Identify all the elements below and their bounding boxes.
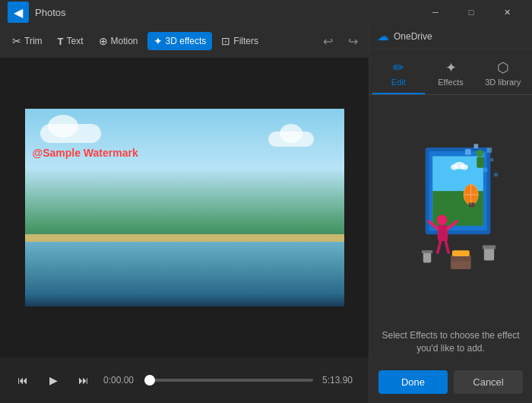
done-button[interactable]: Done bbox=[378, 370, 448, 394]
right-tabs: ✏ Edit ✦ Effects ⬡ 3D library bbox=[369, 49, 532, 95]
svg-line-17 bbox=[445, 241, 448, 252]
motion-icon: ⊕ bbox=[99, 35, 108, 47]
play-icon: ▶ bbox=[49, 374, 58, 386]
svg-rect-24 bbox=[483, 246, 496, 249]
svg-point-18 bbox=[476, 150, 483, 157]
svg-rect-29 bbox=[469, 203, 475, 208]
filters-label: Filters bbox=[233, 36, 258, 46]
skip-forward-icon: ⏭ bbox=[78, 374, 89, 386]
motion-tool[interactable]: ⊕ Motion bbox=[93, 32, 144, 50]
effect-description: Select Effects to choose the effect you'… bbox=[369, 323, 532, 364]
effects-tab-label: Effects bbox=[438, 78, 463, 87]
play-button[interactable]: ▶ bbox=[43, 370, 64, 391]
undo-button[interactable]: ↩ bbox=[318, 31, 337, 52]
svg-rect-10 bbox=[490, 159, 493, 162]
tab-edit[interactable]: ✏ Edit bbox=[372, 55, 425, 94]
svg-rect-5 bbox=[473, 144, 478, 148]
filters-tool[interactable]: ⊡ Filters bbox=[215, 32, 264, 50]
video-area: @Sample Watermark bbox=[0, 58, 369, 357]
water bbox=[25, 242, 344, 306]
svg-rect-23 bbox=[484, 248, 494, 261]
cloud-2 bbox=[268, 132, 314, 147]
timeline[interactable] bbox=[147, 379, 313, 382]
action-buttons: Done Cancel bbox=[369, 364, 532, 403]
window-controls: ─ □ ✕ bbox=[418, 0, 524, 24]
skip-back-icon: ⏮ bbox=[17, 374, 28, 386]
filters-icon: ⊡ bbox=[221, 35, 230, 47]
time-total: 5:13.90 bbox=[322, 375, 356, 386]
3d-library-tab-icon: ⬡ bbox=[497, 59, 509, 76]
onedrive-icon: ☁ bbox=[377, 29, 389, 43]
cloud-1 bbox=[40, 124, 101, 143]
back-button[interactable]: ◀ bbox=[8, 2, 29, 23]
3d-effects-icon: ✦ bbox=[154, 35, 163, 47]
svg-line-16 bbox=[438, 241, 441, 252]
text-label: Text bbox=[67, 36, 84, 46]
timeline-handle[interactable] bbox=[144, 375, 155, 386]
time-current: 0:00.00 bbox=[103, 375, 138, 386]
svg-rect-11 bbox=[494, 173, 498, 177]
onedrive-header: ☁ OneDrive bbox=[369, 24, 532, 49]
svg-rect-25 bbox=[423, 252, 431, 262]
close-button[interactable]: ✕ bbox=[489, 0, 524, 24]
illustration-svg bbox=[390, 133, 511, 285]
svg-point-34 bbox=[461, 164, 468, 170]
svg-point-33 bbox=[451, 164, 458, 170]
skip-back-button[interactable]: ⏮ bbox=[12, 370, 33, 391]
edit-tab-icon: ✏ bbox=[393, 59, 404, 76]
3d-library-tab-label: 3D library bbox=[485, 78, 521, 87]
undo-redo-group: ↩ ↪ bbox=[318, 31, 363, 52]
text-tool[interactable]: T Text bbox=[52, 33, 90, 50]
left-panel: ✂ Trim T Text ⊕ Motion ✦ 3D effects ⊡ Fi… bbox=[0, 24, 369, 403]
tab-effects[interactable]: ✦ Effects bbox=[425, 55, 477, 94]
toolbar: ✂ Trim T Text ⊕ Motion ✦ 3D effects ⊡ Fi… bbox=[0, 24, 369, 58]
edit-tab-label: Edit bbox=[391, 78, 406, 87]
motion-label: Motion bbox=[111, 36, 138, 46]
svg-rect-13 bbox=[438, 225, 448, 241]
playback-controls: ⏮ ▶ ⏭ 0:00.00 5:13.90 bbox=[0, 357, 369, 403]
cancel-button[interactable]: Cancel bbox=[454, 370, 523, 394]
svg-rect-19 bbox=[477, 157, 484, 168]
back-icon: ◀ bbox=[14, 5, 23, 20]
app-title: Photos bbox=[35, 7, 418, 18]
svg-rect-26 bbox=[422, 250, 432, 253]
trim-icon: ✂ bbox=[12, 35, 21, 47]
effect-illustration bbox=[369, 95, 532, 323]
svg-rect-22 bbox=[452, 250, 470, 256]
video-container: @Sample Watermark bbox=[25, 109, 344, 306]
tab-3d-library[interactable]: ⬡ 3D library bbox=[477, 55, 529, 94]
maximize-button[interactable]: □ bbox=[454, 0, 489, 24]
trim-tool[interactable]: ✂ Trim bbox=[6, 32, 49, 50]
skip-forward-button[interactable]: ⏭ bbox=[73, 370, 94, 391]
onedrive-label: OneDrive bbox=[394, 31, 432, 42]
svg-point-12 bbox=[437, 215, 447, 225]
trim-label: Trim bbox=[24, 36, 43, 46]
main-layout: ✂ Trim T Text ⊕ Motion ✦ 3D effects ⊡ Fi… bbox=[0, 24, 532, 403]
svg-rect-9 bbox=[483, 168, 488, 173]
watermark: @Sample Watermark bbox=[33, 147, 138, 159]
effects-tab-icon: ✦ bbox=[445, 59, 457, 76]
titlebar: ◀ Photos ─ □ ✕ bbox=[0, 0, 532, 24]
3d-effects-label: 3D effects bbox=[166, 36, 207, 46]
text-icon: T bbox=[58, 36, 64, 47]
svg-rect-4 bbox=[465, 149, 471, 155]
redo-button[interactable]: ↪ bbox=[344, 31, 363, 52]
video-frame: @Sample Watermark bbox=[25, 109, 344, 306]
minimize-button[interactable]: ─ bbox=[418, 0, 453, 24]
svg-rect-7 bbox=[487, 148, 492, 153]
3d-effects-tool[interactable]: ✦ 3D effects bbox=[147, 32, 213, 50]
right-panel: ☁ OneDrive ✏ Edit ✦ Effects ⬡ 3D library bbox=[369, 24, 532, 403]
